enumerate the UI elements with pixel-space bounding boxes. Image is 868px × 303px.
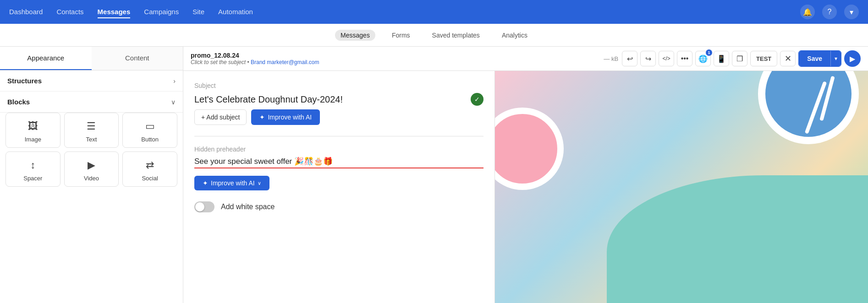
globe-button[interactable]: 🌐 1 <box>695 51 711 66</box>
email-form: Subject ✓ + Add subject ✦ Improve with A… <box>183 71 495 303</box>
structures-section: Structures › <box>0 70 183 92</box>
whitespace-toggle[interactable] <box>194 201 214 212</box>
button-icon: ▭ <box>145 120 155 132</box>
nav-links: Dashboard Contacts Messages Campaigns Si… <box>9 6 253 18</box>
copy-button[interactable]: ❐ <box>732 51 747 66</box>
improve-ai-preheader-label: Improve with AI <box>211 179 255 187</box>
tab-content[interactable]: Content <box>92 47 183 70</box>
preheader-input[interactable] <box>194 157 483 168</box>
image-icon: 🖼 <box>28 120 38 132</box>
blocks-grid: 🖼 Image ☰ Text ▭ Button ↕ Spacer ▶ Video… <box>0 113 183 187</box>
improve-ai-preheader-button[interactable]: ✦ Improve with AI ∨ <box>194 176 269 190</box>
button-label: Button <box>141 136 159 143</box>
block-video[interactable]: ▶ Video <box>64 152 119 187</box>
subnav-analytics[interactable]: Analytics <box>496 30 533 41</box>
toolbar: promo_12.08.24 Click to set the subject … <box>183 47 868 71</box>
top-nav: Dashboard Contacts Messages Campaigns Si… <box>0 0 868 24</box>
preview-doughnut-image <box>495 71 868 303</box>
nav-campaigns[interactable]: Campaigns <box>144 6 179 18</box>
more-button[interactable]: ••• <box>677 51 692 66</box>
blocks-chevron-icon[interactable]: ∨ <box>171 98 176 106</box>
whitespace-row: Add white space <box>194 201 483 212</box>
improve-icon: ✦ <box>259 114 265 121</box>
block-image[interactable]: 🖼 Image <box>5 113 60 148</box>
filename-label: promo_12.08.24 <box>191 52 594 59</box>
subject-check-icon: ✓ <box>471 93 483 106</box>
donut-pink <box>495 108 564 190</box>
preheader-field-label: Hidden preheader <box>194 146 483 153</box>
toolbar-actions: ↩ ↪ </> ••• 🌐 1 📱 ❐ TEST ✕ Save ▾ ▶ <box>622 50 861 67</box>
block-text[interactable]: ☰ Text <box>64 113 119 148</box>
blocks-title: Blocks <box>7 98 30 106</box>
close-button[interactable]: ✕ <box>780 51 796 66</box>
file-size-label: — kB <box>604 55 618 62</box>
subject-actions: + Add subject ✦ Improve with AI <box>194 109 483 125</box>
save-button-group: Save ▾ <box>798 50 841 67</box>
improve-ai-subject-label: Improve with AI <box>268 114 312 121</box>
sub-nav: Messages Forms Saved templates Analytics <box>0 24 868 47</box>
play-button[interactable]: ▶ <box>844 50 861 67</box>
structures-title: Structures <box>7 77 42 85</box>
add-subject-button[interactable]: + Add subject <box>194 109 247 125</box>
email-preview <box>495 71 868 303</box>
nav-dashboard[interactable]: Dashboard <box>9 6 43 18</box>
nav-actions: 🔔 ? ▾ <box>800 5 859 19</box>
block-button[interactable]: ▭ Button <box>122 113 177 148</box>
text-label: Text <box>86 136 97 143</box>
spacer-label: Spacer <box>23 175 42 182</box>
improve-preheader-icon: ✦ <box>203 179 208 187</box>
help-icon[interactable]: ? <box>822 5 837 19</box>
video-label: Video <box>84 175 99 182</box>
toolbar-left: promo_12.08.24 Click to set the subject … <box>191 52 594 65</box>
image-label: Image <box>25 136 41 143</box>
sidebar-tabs: Appearance Content <box>0 47 183 70</box>
phone-button[interactable]: 📱 <box>714 51 729 66</box>
click-to-set-label[interactable]: Click to set the subject <box>191 59 246 65</box>
nav-messages[interactable]: Messages <box>98 6 131 18</box>
nav-automation[interactable]: Automation <box>218 6 253 18</box>
bg-teal <box>607 175 868 303</box>
whitespace-label: Add white space <box>221 203 275 211</box>
globe-badge: 1 <box>706 49 712 56</box>
donut-blue <box>758 71 859 144</box>
nav-contacts[interactable]: Contacts <box>56 6 83 18</box>
code-button[interactable]: </> <box>659 51 674 66</box>
save-button[interactable]: Save <box>799 51 830 66</box>
subject-input[interactable] <box>194 94 471 105</box>
save-dropdown-button[interactable]: ▾ <box>830 51 841 66</box>
account-dropdown-icon[interactable]: ▾ <box>844 5 859 19</box>
center-content: promo_12.08.24 Click to set the subject … <box>183 47 868 303</box>
donut-visual <box>495 71 868 303</box>
improve-ai-subject-button[interactable]: ✦ Improve with AI <box>251 109 320 125</box>
email-editor: Subject ✓ + Add subject ✦ Improve with A… <box>183 71 868 303</box>
improve-chevron-down-icon: ∨ <box>258 180 261 186</box>
video-icon: ▶ <box>88 159 95 171</box>
toggle-knob <box>195 202 204 211</box>
subnav-saved-templates[interactable]: Saved templates <box>427 30 485 41</box>
block-social[interactable]: ⇄ Social <box>122 152 177 187</box>
subnav-messages[interactable]: Messages <box>335 30 375 41</box>
redo-button[interactable]: ↪ <box>640 51 656 66</box>
toolbar-separator: • <box>247 59 251 65</box>
test-button[interactable]: TEST <box>750 51 777 66</box>
main-layout: Appearance Content Structures › Blocks ∨… <box>0 47 868 303</box>
bell-icon[interactable]: 🔔 <box>800 5 815 19</box>
subject-row: ✓ <box>194 93 483 106</box>
tab-appearance[interactable]: Appearance <box>0 47 92 70</box>
blocks-header: Blocks ∨ <box>0 92 183 113</box>
subject-field-label: Subject <box>194 82 483 89</box>
subnav-forms[interactable]: Forms <box>386 30 416 41</box>
text-icon: ☰ <box>87 120 96 132</box>
structures-chevron-icon[interactable]: › <box>173 77 176 85</box>
social-icon: ⇄ <box>146 159 154 171</box>
undo-button[interactable]: ↩ <box>622 51 637 66</box>
social-label: Social <box>142 175 158 182</box>
toolbar-subtitle: Click to set the subject • Brand markete… <box>191 59 594 65</box>
left-sidebar: Appearance Content Structures › Blocks ∨… <box>0 47 183 303</box>
nav-site[interactable]: Site <box>192 6 204 18</box>
brand-email-label: Brand marketer@gmail.com <box>251 59 319 65</box>
field-divider <box>194 136 483 136</box>
spacer-icon: ↕ <box>30 159 35 171</box>
block-spacer[interactable]: ↕ Spacer <box>5 152 60 187</box>
